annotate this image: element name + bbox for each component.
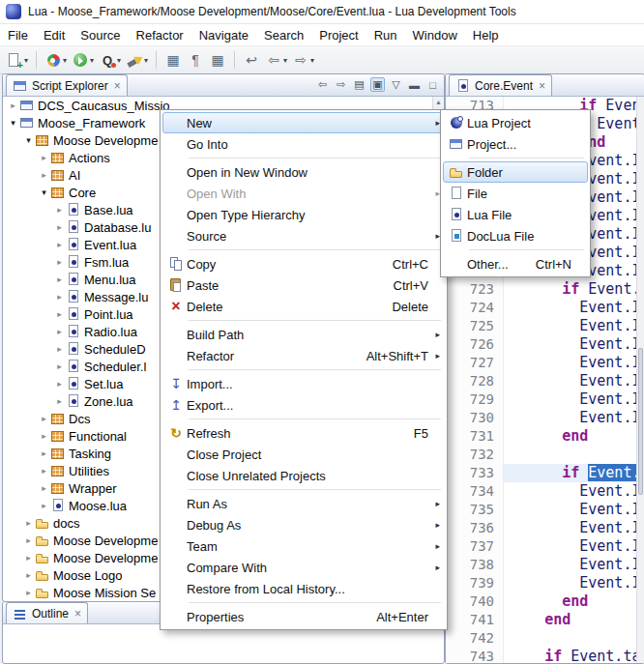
expanded-arrow-icon[interactable]: ▾ bbox=[38, 188, 50, 197]
run-button[interactable]: ▾ bbox=[70, 49, 96, 71]
new-submenu-item-project[interactable]: Project... bbox=[443, 133, 588, 155]
close-icon[interactable]: × bbox=[114, 79, 121, 93]
collapsed-arrow-icon[interactable]: ▸ bbox=[38, 448, 50, 458]
collapsed-arrow-icon[interactable]: ▸ bbox=[53, 240, 66, 249]
code-line[interactable]: 741 end bbox=[446, 611, 644, 629]
context-menu-item-export[interactable]: ↥Export... bbox=[162, 394, 445, 416]
editor-scrollbar[interactable] bbox=[636, 97, 644, 663]
annotations-button[interactable]: ▦ bbox=[207, 49, 228, 71]
context-menu-item-close-project[interactable]: Close Project bbox=[162, 444, 445, 465]
collapsed-arrow-icon[interactable]: ▸ bbox=[7, 101, 19, 110]
code-line[interactable]: 737 Event.Ini bbox=[446, 537, 644, 556]
context-menu-item-paste[interactable]: PasteCtrl+V bbox=[162, 274, 445, 296]
context-menu-item-go-into[interactable]: Go Into bbox=[162, 133, 445, 155]
context-menu-item-build-path[interactable]: Build Path▸ bbox=[162, 324, 445, 345]
menu-edit[interactable]: Edit bbox=[36, 26, 73, 44]
tab-script-explorer[interactable]: Script Explorer × bbox=[6, 74, 128, 96]
link-with-editor-button[interactable]: ▣ bbox=[370, 77, 385, 92]
code-line[interactable]: 725 Event.Ini bbox=[446, 317, 644, 335]
context-menu-item-open-in-new-window[interactable]: Open in New Window bbox=[162, 161, 445, 183]
menu-search[interactable]: Search bbox=[256, 26, 311, 44]
collapsed-arrow-icon[interactable]: ▸ bbox=[38, 170, 50, 180]
show-whitespace-button[interactable]: ¶ bbox=[185, 49, 206, 71]
context-menu-item-open-type-hierarchy[interactable]: Open Type Hierarchy bbox=[162, 204, 445, 225]
collapsed-arrow-icon[interactable]: ▸ bbox=[38, 483, 50, 493]
grid-view-button[interactable]: ▦ bbox=[162, 49, 184, 71]
menu-window[interactable]: Window bbox=[405, 26, 465, 44]
view-menu-button[interactable]: ▽ bbox=[389, 77, 403, 92]
menu-project[interactable]: Project bbox=[311, 26, 366, 44]
collapsed-arrow-icon[interactable]: ▸ bbox=[53, 222, 66, 232]
collapsed-arrow-icon[interactable]: ▸ bbox=[38, 501, 50, 510]
context-menu-item-run-as[interactable]: Run As▸ bbox=[162, 493, 445, 514]
collapsed-arrow-icon[interactable]: ▸ bbox=[22, 518, 35, 528]
context-menu-item-compare-with[interactable]: Compare With▸ bbox=[162, 557, 445, 578]
collapsed-arrow-icon[interactable]: ▸ bbox=[38, 431, 50, 441]
context-menu-item-team[interactable]: Team▸ bbox=[162, 535, 445, 557]
collapsed-arrow-icon[interactable]: ▸ bbox=[53, 379, 66, 389]
new-submenu-item-folder[interactable]: Folder bbox=[443, 161, 588, 183]
new-submenu-item-file[interactable]: File bbox=[443, 183, 588, 204]
collapsed-arrow-icon[interactable]: ▸ bbox=[22, 535, 35, 545]
expanded-arrow-icon[interactable]: ▾ bbox=[22, 135, 35, 145]
collapsed-arrow-icon[interactable]: ▸ bbox=[22, 570, 35, 580]
code-line[interactable]: 734 Event.Ini bbox=[446, 482, 644, 501]
context-menu-item-refresh[interactable]: ↻RefreshF5 bbox=[162, 422, 445, 444]
code-line[interactable]: 723 if Event.I bbox=[446, 280, 644, 299]
collapsed-arrow-icon[interactable]: ▸ bbox=[53, 361, 66, 371]
code-line[interactable]: 742 bbox=[446, 629, 644, 648]
code-line[interactable]: 738 Event.Ini bbox=[446, 556, 644, 574]
collapsed-arrow-icon[interactable]: ▸ bbox=[38, 466, 50, 476]
collapsed-arrow-icon[interactable]: ▸ bbox=[53, 292, 66, 302]
expanded-arrow-icon[interactable]: ▾ bbox=[7, 118, 19, 128]
tab-outline[interactable]: Outline × bbox=[6, 602, 88, 623]
code-line[interactable]: 739 Event.Ini bbox=[446, 574, 644, 592]
code-line[interactable]: 727 Event.Ini bbox=[446, 354, 644, 372]
menu-file[interactable]: File bbox=[0, 26, 36, 44]
context-menu-item-source[interactable]: Source▸ bbox=[162, 225, 445, 246]
code-line[interactable]: 729 Event.Ini bbox=[446, 390, 644, 409]
code-line[interactable]: 743 if Event.ta bbox=[446, 648, 644, 663]
code-line[interactable]: 733 if Event. bbox=[446, 464, 644, 482]
tab-core-event[interactable]: Core.Event × bbox=[449, 74, 552, 96]
forward-history-button[interactable]: ⇨ bbox=[334, 77, 348, 92]
collapsed-arrow-icon[interactable]: ▸ bbox=[22, 553, 35, 563]
scrollbar-thumb[interactable] bbox=[638, 348, 643, 495]
back-history-button[interactable]: ⇦ bbox=[315, 77, 330, 92]
maximize-view-button[interactable]: □ bbox=[425, 77, 440, 92]
collapsed-arrow-icon[interactable]: ▸ bbox=[53, 344, 66, 354]
launch-config-button[interactable]: ▾ bbox=[43, 49, 69, 71]
collapsed-arrow-icon[interactable]: ▸ bbox=[53, 327, 66, 336]
context-menu-item-copy[interactable]: CopyCtrl+C bbox=[162, 253, 445, 274]
code-line[interactable]: 731 end bbox=[446, 427, 644, 446]
collapsed-arrow-icon[interactable]: ▸ bbox=[53, 274, 66, 284]
menu-navigate[interactable]: Navigate bbox=[191, 26, 256, 44]
profile-button[interactable]: Q▾ bbox=[97, 49, 123, 71]
menu-run[interactable]: Run bbox=[366, 26, 405, 44]
collapsed-arrow-icon[interactable]: ▸ bbox=[53, 257, 66, 267]
new-submenu-item-other[interactable]: Other...Ctrl+N bbox=[443, 253, 588, 274]
context-menu-item-delete[interactable]: ×DeleteDelete bbox=[162, 296, 445, 317]
code-line[interactable]: 735 Event.Ini bbox=[446, 501, 644, 519]
context-menu-item-import[interactable]: ↧Import... bbox=[162, 373, 445, 394]
code-line[interactable]: 740 end bbox=[446, 592, 644, 611]
collapsed-arrow-icon[interactable]: ▸ bbox=[53, 396, 66, 406]
new-submenu-item-lua-file[interactable]: Lua File bbox=[443, 204, 588, 225]
collapsed-arrow-icon[interactable]: ▸ bbox=[22, 588, 35, 597]
context-menu-item-debug-as[interactable]: Debug As▸ bbox=[162, 514, 445, 535]
context-menu-item-new[interactable]: New▸ bbox=[162, 112, 445, 133]
collapsed-arrow-icon[interactable]: ▸ bbox=[53, 309, 66, 319]
code-line[interactable]: 730 Event.Ini bbox=[446, 409, 644, 427]
context-menu-item-close-unrelated-projects[interactable]: Close Unrelated Projects bbox=[162, 465, 445, 486]
menu-help[interactable]: Help bbox=[465, 26, 507, 44]
code-line[interactable]: 736 Event.Ini bbox=[446, 519, 644, 537]
code-line[interactable]: 732 bbox=[446, 446, 644, 464]
collapsed-arrow-icon[interactable]: ▸ bbox=[53, 205, 66, 215]
new-submenu-item-doclua-file[interactable]: DocLua File bbox=[443, 225, 588, 246]
context-menu-item-restore-from-local-history[interactable]: Restore from Local History... bbox=[162, 578, 445, 599]
code-line[interactable]: 724 Event.Ini bbox=[446, 299, 644, 317]
code-line[interactable]: 726 Event.Ini bbox=[446, 335, 644, 354]
collapsed-arrow-icon[interactable]: ▸ bbox=[38, 414, 50, 423]
menu-source[interactable]: Source bbox=[73, 26, 128, 44]
forward-button[interactable]: ⇨▾ bbox=[290, 49, 316, 71]
